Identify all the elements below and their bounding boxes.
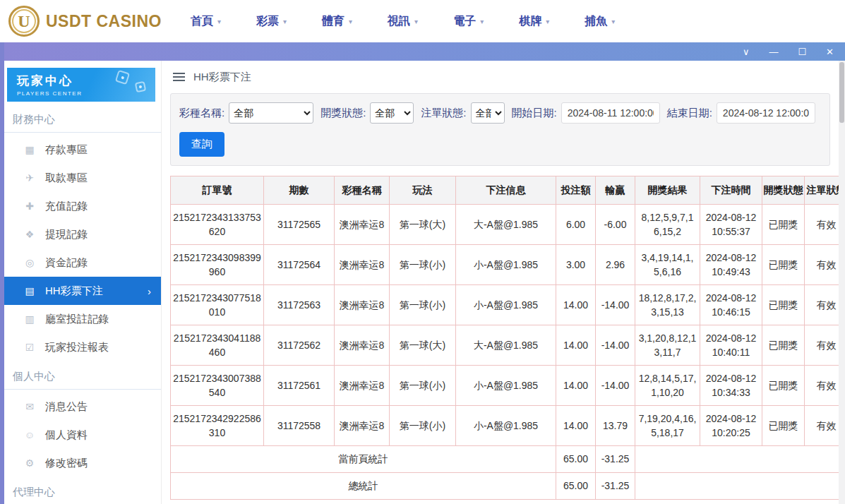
start-date-input[interactable] xyxy=(561,102,660,124)
table-cell: 2152172342922586310 xyxy=(171,406,264,446)
nav-item-live[interactable]: 視訊▾ xyxy=(388,14,418,29)
lottery-name-select[interactable]: 全部 xyxy=(229,102,313,124)
sidebar-item-player-bet-report[interactable]: ☑玩家投注報表 xyxy=(4,333,161,361)
summary-empty xyxy=(635,446,839,473)
main-content: HH彩票下注 彩種名稱: 全部 開獎狀態: 全部 注單狀態: 全部 xyxy=(161,61,839,504)
bet-status-label: 注單狀態: xyxy=(421,107,466,120)
column-header: 玩法 xyxy=(390,176,456,205)
draw-status-select[interactable]: 全部 xyxy=(370,102,414,124)
sidebar-item-hh-lottery-bet[interactable]: ▤HH彩票下注› xyxy=(4,277,161,305)
start-date-label: 開始日期: xyxy=(512,107,557,120)
collapse-icon[interactable]: ∨ xyxy=(743,47,750,56)
scrollbar-thumb[interactable] xyxy=(839,62,844,123)
table-cell: -14.00 xyxy=(596,366,635,406)
window-titlebar: ∨ — ☐ ✕ xyxy=(4,42,845,61)
summary-row: 當前頁統計65.00-31.25 xyxy=(171,446,839,473)
sidebar-item-topup-records[interactable]: ✚充值記錄 xyxy=(4,192,161,220)
column-header: 投注額 xyxy=(556,176,596,205)
nav-item-fishing[interactable]: 捕魚▾ xyxy=(585,14,615,29)
brand-logo[interactable]: U USDT CASINO xyxy=(8,6,169,37)
sidebar-item-change-password[interactable]: ⚙修改密碼 xyxy=(4,449,161,477)
sidebar-item-label: 廳室投註記錄 xyxy=(45,313,109,326)
table-cell: 有效 xyxy=(805,366,839,406)
table-cell: 有效 xyxy=(805,406,839,446)
table-cell: 第一球(小) xyxy=(390,245,456,285)
vertical-scrollbar[interactable] xyxy=(839,61,845,504)
deposit-icon: ▦ xyxy=(24,144,35,155)
nav-item-slots[interactable]: 電子▾ xyxy=(453,14,484,29)
nav-item-sports[interactable]: 體育▾ xyxy=(322,14,352,29)
table-cell: 2024-08-12 10:46:15 xyxy=(700,285,762,325)
sidebar-item-label: HH彩票下注 xyxy=(45,284,103,298)
table-cell: 第一球(大) xyxy=(390,205,456,245)
table-cell: 31172564 xyxy=(264,245,335,285)
table-cell: 31172561 xyxy=(264,366,335,406)
table-cell: 2152172343077518010 xyxy=(171,285,264,325)
sidebar-item-funds-records[interactable]: ◎資金記錄 xyxy=(4,248,161,277)
table-cell: 2152172343133753620 xyxy=(171,205,264,245)
profile-icon: ☺ xyxy=(24,429,35,440)
sidebar-item-withdraw-zone[interactable]: ✈取款專區 xyxy=(4,164,161,192)
summary-row: 總統計65.00-31.25 xyxy=(171,473,839,500)
nav-item-cards[interactable]: 棋牌▾ xyxy=(519,14,549,29)
maximize-icon[interactable]: ☐ xyxy=(798,47,806,56)
summary-bet-total: 65.00 xyxy=(556,446,596,473)
table-cell: 14.00 xyxy=(556,325,596,366)
column-header: 開獎結果 xyxy=(635,176,700,205)
sidebar-item-withdraw-records[interactable]: ❖提現記錄 xyxy=(4,220,161,248)
column-header: 訂單號 xyxy=(171,176,264,205)
nav-item-label: 體育 xyxy=(322,14,344,29)
sidebar-item-label: 取款專區 xyxy=(45,172,88,185)
sidebar-item-announcements[interactable]: ✉消息公告 xyxy=(4,392,161,421)
table-cell: 大-A盤@1.985 xyxy=(456,205,556,245)
column-header: 彩種名稱 xyxy=(335,176,390,205)
sidebar-item-room-bet-records[interactable]: ▥廳室投註記錄 xyxy=(4,305,161,333)
close-icon[interactable]: ✕ xyxy=(826,47,834,56)
nav-item-label: 電子 xyxy=(453,14,476,29)
table-cell: 澳洲幸运8 xyxy=(335,366,390,406)
funds-record-icon: ◎ xyxy=(24,257,35,268)
summary-win-loss: -31.25 xyxy=(596,473,635,500)
minimize-icon[interactable]: — xyxy=(769,47,778,56)
filter-row: 彩種名稱: 全部 開獎狀態: 全部 注單狀態: 全部 開始日期: 結束日期: xyxy=(179,102,821,124)
summary-label: 總統計 xyxy=(171,473,556,500)
nav-item-label: 棋牌 xyxy=(519,14,541,29)
table-cell: 澳洲幸运8 xyxy=(335,325,390,366)
sidebar-item-label: 提現記錄 xyxy=(45,228,88,241)
table-cell: 第一球(大) xyxy=(390,325,456,366)
end-date-input[interactable] xyxy=(717,102,815,124)
table-cell: 有效 xyxy=(805,245,839,285)
table-cell: 小-A盤@1.985 xyxy=(456,245,556,285)
table-cell: 14.00 xyxy=(556,366,596,406)
table-cell: 31172562 xyxy=(264,325,335,366)
chevron-down-icon: ▾ xyxy=(217,18,221,25)
table-row: 215217234292258631031172558澳洲幸运8第一球(小)小-… xyxy=(171,406,839,446)
bet-status-select[interactable]: 全部 xyxy=(471,102,505,124)
nav-item-home[interactable]: 首頁▾ xyxy=(191,14,221,29)
players-center-header[interactable]: 玩家中心 PLAYERS CENTER xyxy=(7,68,155,102)
search-button[interactable]: 查詢 xyxy=(179,132,224,157)
draw-status-label: 開獎狀態: xyxy=(320,107,366,120)
table-cell: 第一球(小) xyxy=(390,366,456,406)
sidebar-item-label: 修改密碼 xyxy=(45,457,88,470)
nav-item-lottery[interactable]: 彩票▾ xyxy=(256,14,287,29)
sidebar-item-label: 存款專區 xyxy=(45,143,88,157)
sidebar-item-deposit-zone[interactable]: ▦存款專區 xyxy=(4,136,161,164)
section-label-finance-center: 財務中心 xyxy=(4,104,161,133)
summary-bet-total: 65.00 xyxy=(556,473,596,500)
table-cell: 2.96 xyxy=(596,245,635,285)
sidebar-item-label: 個人資料 xyxy=(45,428,88,442)
table-cell: 小-A盤@1.985 xyxy=(456,285,556,325)
column-header: 開獎狀態 xyxy=(762,176,805,205)
sidebar-item-profile[interactable]: ☺個人資料 xyxy=(4,421,161,449)
table-cell: 已開獎 xyxy=(762,245,805,285)
sidebar: 玩家中心 PLAYERS CENTER 財務中心▦存款專區✈取款專區✚充值記錄❖… xyxy=(4,61,161,504)
breadcrumb: HH彩票下注 xyxy=(170,61,830,93)
end-date-label: 結束日期: xyxy=(667,107,712,120)
table-cell: 2152172343007388540 xyxy=(171,366,264,406)
players-center-subtitle: PLAYERS CENTER xyxy=(17,90,155,97)
table-cell: 大-A盤@1.985 xyxy=(456,325,556,366)
chevron-down-icon: ▾ xyxy=(611,18,615,25)
table-cell: 2152172343098399960 xyxy=(171,245,264,285)
menu-toggle-icon[interactable] xyxy=(173,71,185,83)
